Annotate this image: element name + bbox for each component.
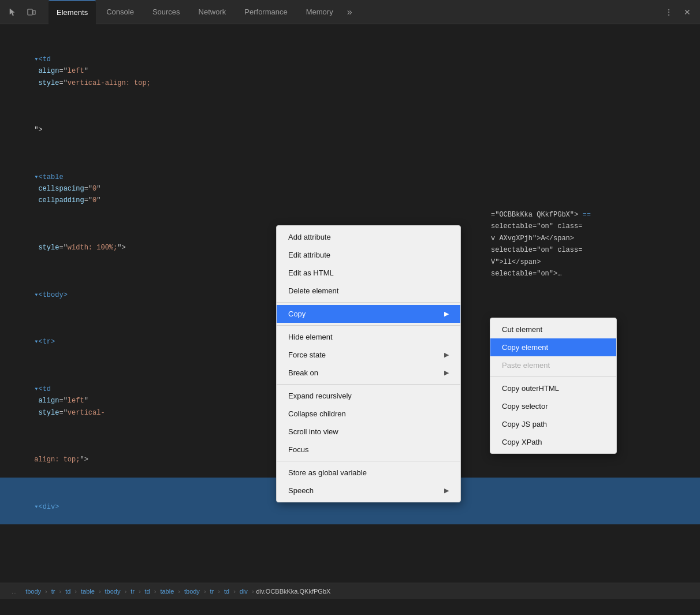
menu-divider-1 bbox=[277, 302, 460, 303]
menu-break-on[interactable]: Break on ▶ bbox=[277, 364, 460, 382]
tab-bar-icons bbox=[5, 4, 39, 20]
tab-sources[interactable]: Sources bbox=[144, 0, 188, 24]
submenu-divider-1 bbox=[490, 377, 616, 377]
svg-rect-1 bbox=[33, 10, 35, 14]
tab-console[interactable]: Console bbox=[98, 0, 142, 24]
menu-divider-4 bbox=[277, 461, 460, 461]
force-state-arrow-icon: ▶ bbox=[444, 351, 449, 359]
menu-edit-html[interactable]: Edit as HTML bbox=[277, 264, 460, 282]
menu-force-state[interactable]: Force state ▶ bbox=[277, 346, 460, 364]
submenu-copy-selector[interactable]: Copy selector bbox=[490, 397, 616, 415]
svg-rect-0 bbox=[28, 9, 32, 15]
main-content: ▾<td align="left" style="vertical-align:… bbox=[0, 24, 700, 599]
break-on-arrow-icon: ▶ bbox=[444, 369, 449, 377]
tab-bar-actions: ⋮ ✕ bbox=[661, 4, 695, 20]
context-menu-overlay: Add attribute Edit attribute Edit as HTM… bbox=[0, 24, 700, 599]
submenu-copy-outerhtml[interactable]: Copy outerHTML bbox=[490, 379, 616, 397]
menu-edit-attribute[interactable]: Edit attribute bbox=[277, 246, 460, 264]
settings-button[interactable]: ⋮ bbox=[661, 4, 677, 20]
submenu-copy-js-path[interactable]: Copy JS path bbox=[490, 415, 616, 433]
menu-expand-recursively[interactable]: Expand recursively bbox=[277, 387, 460, 405]
menu-collapse-children[interactable]: Collapse children bbox=[277, 405, 460, 423]
close-devtools-button[interactable]: ✕ bbox=[679, 4, 695, 20]
speech-arrow-icon: ▶ bbox=[444, 487, 449, 494]
tab-performance[interactable]: Performance bbox=[236, 0, 295, 24]
menu-scroll-into-view[interactable]: Scroll into view bbox=[277, 423, 460, 441]
tab-network[interactable]: Network bbox=[191, 0, 234, 24]
menu-hide-element[interactable]: Hide element bbox=[277, 328, 460, 346]
menu-delete-element[interactable]: Delete element bbox=[277, 282, 460, 300]
submenu-paste-element[interactable]: Paste element bbox=[490, 356, 616, 374]
menu-focus[interactable]: Focus bbox=[277, 441, 460, 459]
more-tabs-button[interactable]: » bbox=[344, 7, 356, 17]
tab-elements[interactable]: Elements bbox=[49, 0, 96, 24]
menu-divider-2 bbox=[277, 325, 460, 326]
menu-copy[interactable]: Copy ▶ bbox=[277, 305, 460, 323]
device-icon[interactable] bbox=[23, 4, 39, 20]
copy-submenu: Cut element Copy element Paste element C… bbox=[490, 318, 617, 454]
tab-bar: Elements Console Sources Network Perform… bbox=[0, 0, 700, 24]
submenu-copy-element[interactable]: Copy element bbox=[490, 338, 616, 356]
context-menu: Add attribute Edit attribute Edit as HTM… bbox=[276, 225, 461, 502]
menu-store-global[interactable]: Store as global variable bbox=[277, 464, 460, 482]
cursor-icon[interactable] bbox=[5, 4, 21, 20]
submenu-cut-element[interactable]: Cut element bbox=[490, 320, 616, 338]
menu-add-attribute[interactable]: Add attribute bbox=[277, 228, 460, 246]
copy-arrow-icon: ▶ bbox=[444, 310, 449, 318]
menu-speech[interactable]: Speech ▶ bbox=[277, 482, 460, 500]
tab-memory[interactable]: Memory bbox=[298, 0, 341, 24]
menu-divider-3 bbox=[277, 384, 460, 385]
submenu-copy-xpath[interactable]: Copy XPath bbox=[490, 433, 616, 451]
